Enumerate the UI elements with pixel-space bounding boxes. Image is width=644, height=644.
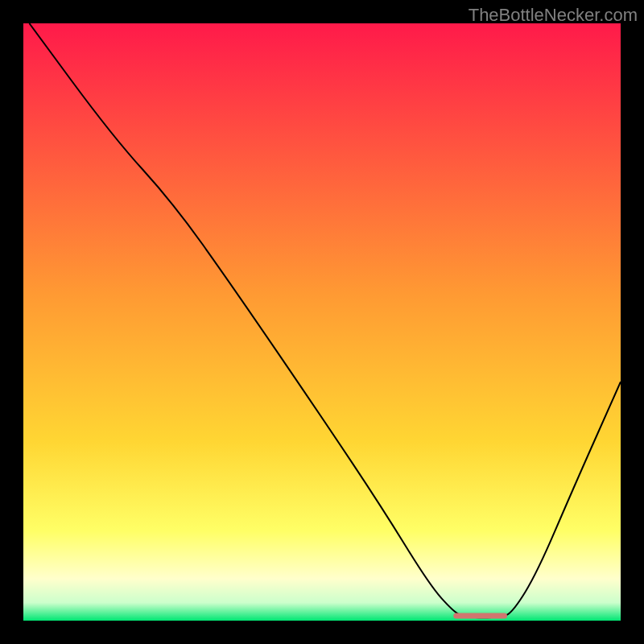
- chart-svg: [23, 23, 621, 621]
- watermark-text: TheBottleNecker.com: [469, 5, 638, 26]
- optimal-marker: [453, 613, 507, 619]
- chart-background: [23, 23, 621, 621]
- bottleneck-chart: [23, 23, 621, 621]
